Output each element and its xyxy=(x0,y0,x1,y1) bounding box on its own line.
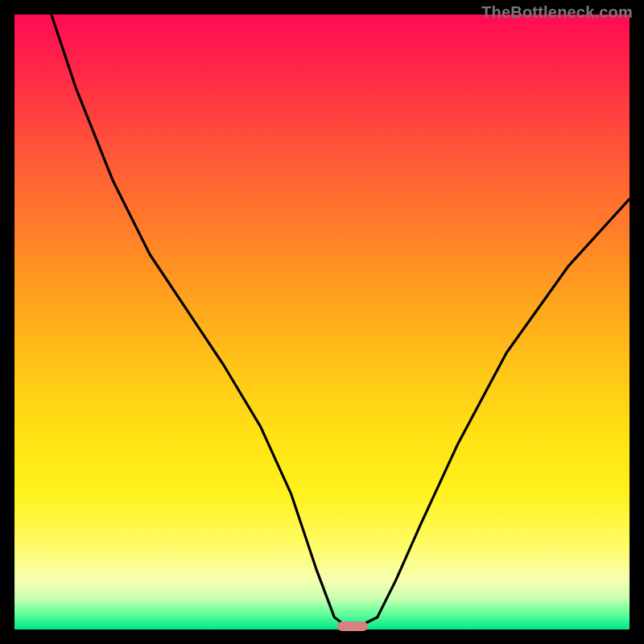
plot-area xyxy=(14,14,630,630)
bottleneck-curve xyxy=(52,14,630,626)
minimum-marker xyxy=(337,621,368,631)
curve-svg xyxy=(14,14,630,630)
chart-canvas: TheBottleneck.com xyxy=(0,0,644,644)
watermark-text: TheBottleneck.com xyxy=(481,3,633,22)
